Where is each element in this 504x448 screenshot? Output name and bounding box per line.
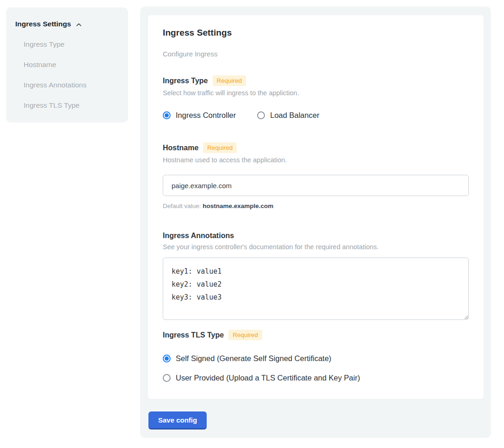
section-ingress-annotations-help: See your ingress controller's documentat… xyxy=(163,243,469,251)
section-ingress-type-header: Ingress Type Required xyxy=(163,75,469,86)
section-ingress-tls-type: Ingress TLS Type Required Self Signed (G… xyxy=(163,330,469,382)
required-badge: Required xyxy=(203,142,237,153)
ingress-type-radio-group: Ingress Controller Load Balancer xyxy=(163,111,469,120)
sidebar-item-ingress-type[interactable]: Ingress Type xyxy=(24,40,119,49)
section-ingress-annotations-header: Ingress Annotations xyxy=(163,232,469,240)
tls-type-radio-group: Self Signed (Generate Self Signed Certif… xyxy=(163,354,469,382)
config-panel: Ingress Settings Configure Ingress Ingre… xyxy=(140,6,491,438)
section-ingress-type-label: Ingress Type xyxy=(163,77,208,85)
section-ingress-annotations-label: Ingress Annotations xyxy=(163,232,234,240)
radio-option-load-balancer[interactable]: Load Balancer xyxy=(257,111,319,120)
radio-label-ingress-controller: Ingress Controller xyxy=(176,111,236,120)
radio-label-user-provided: User Provided (Upload a TLS Certificate … xyxy=(176,374,360,382)
section-hostname-label: Hostname xyxy=(163,144,198,152)
required-badge: Required xyxy=(213,75,246,86)
required-badge: Required xyxy=(228,330,262,340)
section-hostname: Hostname Required Hostname used to acces… xyxy=(163,142,469,209)
hostname-default-prefix: Default value: xyxy=(163,203,203,209)
section-ingress-type: Ingress Type Required Select how traffic… xyxy=(163,75,469,120)
section-ingress-tls-type-header: Ingress TLS Type Required xyxy=(163,330,469,340)
hostname-input[interactable] xyxy=(163,175,469,196)
sidebar-item-ingress-annotations[interactable]: Ingress Annotations xyxy=(24,81,119,89)
radio-label-load-balancer: Load Balancer xyxy=(270,111,319,120)
page-title: Ingress Settings xyxy=(163,28,469,38)
ingress-settings-card: Ingress Settings Configure Ingress Ingre… xyxy=(148,15,484,399)
sidebar-item-hostname[interactable]: Hostname xyxy=(24,61,119,69)
annotations-textarea[interactable]: key1: value1 key2: value2 key3: value3 xyxy=(163,258,469,320)
chevron-up-icon xyxy=(75,21,82,28)
radio-label-self-signed: Self Signed (Generate Self Signed Certif… xyxy=(176,354,332,363)
radio-icon-user-provided[interactable] xyxy=(163,374,171,382)
section-ingress-tls-type-label: Ingress TLS Type xyxy=(163,331,224,339)
section-hostname-help: Hostname used to access the application. xyxy=(163,156,469,164)
radio-option-user-provided[interactable]: User Provided (Upload a TLS Certificate … xyxy=(163,374,469,382)
hostname-default-value: hostname.example.com xyxy=(203,203,273,209)
section-hostname-header: Hostname Required xyxy=(163,142,469,153)
radio-option-self-signed[interactable]: Self Signed (Generate Self Signed Certif… xyxy=(163,354,469,363)
save-config-button[interactable]: Save config xyxy=(148,411,207,430)
radio-icon-load-balancer[interactable] xyxy=(257,111,265,119)
radio-icon-self-signed[interactable] xyxy=(163,355,171,362)
hostname-default-line: Default value: hostname.example.com xyxy=(163,203,469,209)
sidebar-group-title: Ingress Settings xyxy=(15,20,71,28)
section-ingress-annotations: Ingress Annotations See your ingress con… xyxy=(163,232,469,320)
page-subtitle: Configure Ingress xyxy=(163,50,469,58)
config-nav-sidebar: Ingress Settings Ingress Type Hostname I… xyxy=(6,7,128,123)
section-ingress-type-help: Select how traffic will ingress to the a… xyxy=(163,89,469,97)
radio-option-ingress-controller[interactable]: Ingress Controller xyxy=(163,111,236,120)
sidebar-group-ingress-settings[interactable]: Ingress Settings xyxy=(15,20,119,28)
radio-icon-ingress-controller[interactable] xyxy=(163,111,171,119)
sidebar-item-ingress-tls-type[interactable]: Ingress TLS Type xyxy=(24,101,119,110)
